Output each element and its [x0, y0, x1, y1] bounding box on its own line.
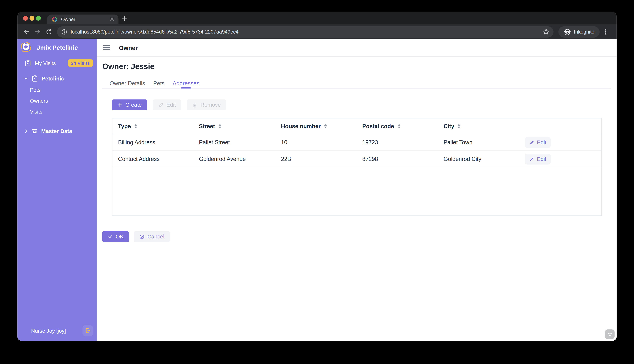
bookmark-star-icon[interactable] — [543, 28, 550, 35]
footer-actions: OK Cancel — [102, 231, 617, 242]
site-info-icon[interactable] — [61, 28, 68, 35]
remove-button[interactable]: Remove — [187, 100, 226, 110]
column-header[interactable]: Postal code — [356, 123, 438, 129]
sidebar-section-master-data[interactable]: Master Data — [21, 126, 93, 136]
sort-icon[interactable] — [458, 124, 461, 128]
user-row: Nurse Joy [joy] — [21, 325, 93, 336]
sidebar-item-pets[interactable]: Pets — [30, 86, 40, 94]
grid-actions: Create Edit Remove — [102, 100, 617, 110]
edit-button-label: Edit — [166, 102, 176, 108]
sidebar-item-label: Pets — [30, 87, 40, 93]
row-edit-button[interactable]: Edit — [525, 154, 551, 164]
visits-count-badge: 24 Visits — [68, 60, 93, 67]
browser-menu-icon[interactable] — [600, 26, 611, 38]
table-cell-actions: Edit — [519, 137, 601, 148]
browser-window: Owner localhost:8080/petclinic/o — [17, 12, 616, 341]
column-header-label: Street — [199, 123, 215, 129]
cancel-button[interactable]: Cancel — [134, 231, 170, 242]
sort-icon[interactable] — [324, 124, 327, 128]
logout-icon — [84, 327, 91, 334]
column-header[interactable]: House number — [275, 123, 356, 129]
window-minimize-button[interactable] — [30, 16, 34, 20]
pencil-icon — [158, 102, 164, 108]
trash-icon — [192, 102, 198, 108]
vaadin-dev-tools-button[interactable] — [605, 330, 614, 339]
check-icon — [108, 234, 113, 240]
ok-button[interactable]: OK — [102, 231, 129, 242]
row-edit-button[interactable]: Edit — [525, 137, 551, 148]
sidebar-item-owners[interactable]: Owners — [30, 96, 48, 105]
screen: Owner localhost:8080/petclinic/o — [0, 0, 634, 364]
table-cell-house-number: 22B — [275, 156, 356, 162]
new-tab-icon[interactable] — [120, 14, 129, 22]
app-logo — [20, 42, 32, 53]
edit-button[interactable]: Edit — [153, 100, 181, 110]
incognito-badge: Inkognito — [558, 26, 600, 38]
reload-icon[interactable] — [43, 26, 54, 38]
forward-icon[interactable] — [32, 26, 43, 38]
window-close-button[interactable] — [23, 16, 28, 20]
tab-pets[interactable]: Pets — [149, 78, 168, 88]
sidebar-item-visits[interactable]: Visits — [30, 108, 42, 116]
detail-tabs: Owner Details Pets Addresses — [102, 78, 611, 88]
petclinic-icon — [32, 75, 38, 82]
window-zoom-button[interactable] — [36, 16, 41, 20]
create-button-label: Create — [125, 102, 142, 108]
table-body: Billing AddressPallet Street1019723Palle… — [112, 134, 602, 167]
ok-button-label: OK — [116, 234, 124, 240]
app-title: Jmix Petclinic — [37, 44, 78, 51]
sort-icon[interactable] — [397, 124, 400, 128]
table-cell-street: Goldenrod Avenue — [193, 156, 275, 162]
main-area: Owner Owner: Jessie Owner Details Pets A… — [97, 39, 617, 341]
browser-tab[interactable]: Owner — [47, 14, 118, 24]
chevron-right-icon — [23, 129, 29, 133]
table-cell-city: Goldenrod City — [438, 156, 519, 162]
create-button[interactable]: Create — [112, 100, 147, 110]
back-icon[interactable] — [20, 26, 32, 38]
table-cell-city: Pallet Town — [438, 139, 519, 146]
sidebar-item-label: My Visits — [35, 60, 56, 66]
table-cell-type: Billing Address — [112, 139, 193, 146]
ban-icon — [139, 234, 144, 240]
sidebar-section-label: Petclinic — [42, 75, 64, 82]
chevron-down-icon — [23, 76, 29, 81]
tab-owner-details[interactable]: Owner Details — [106, 78, 149, 88]
edit-pencil-icon — [529, 156, 535, 162]
column-header[interactable]: Type — [112, 123, 193, 129]
vaadin-dev-tools-icon — [606, 331, 613, 338]
remove-button-label: Remove — [200, 102, 221, 108]
table-cell-type: Contact Address — [112, 156, 193, 162]
sidebar-section-petclinic[interactable]: Petclinic — [21, 73, 93, 84]
table-cell-house-number: 10 — [275, 139, 356, 146]
app-bar: Owner — [97, 39, 617, 56]
column-header[interactable]: City — [438, 123, 519, 129]
row-edit-button-label: Edit — [537, 156, 546, 162]
sidebar-item-my-visits[interactable]: My Visits 24 Visits — [21, 58, 93, 68]
sidebar-item-label: Visits — [30, 108, 42, 115]
app-root: Jmix Petclinic My Visits 24 Visits — [17, 39, 616, 341]
plus-icon — [117, 102, 122, 108]
sort-icon[interactable] — [134, 124, 138, 128]
sidebar: Jmix Petclinic My Visits 24 Visits — [17, 39, 97, 341]
tab-close-icon[interactable] — [109, 16, 115, 22]
menu-toggle-icon[interactable] — [103, 42, 114, 53]
tab-addresses[interactable]: Addresses — [169, 78, 204, 88]
page-title: Owner: Jessie — [102, 62, 617, 71]
sort-icon[interactable] — [218, 124, 222, 128]
table-header-row: Type Street House number Postal code Cit… — [112, 118, 602, 134]
column-header-label: House number — [281, 123, 320, 129]
table-row[interactable]: Contact AddressGoldenrod Avenue22B87298G… — [112, 151, 602, 167]
table-cell-postal-code: 19723 — [356, 139, 438, 146]
incognito-icon — [564, 28, 571, 36]
url-text: localhost:8080/petclinic/owners/1dd854d8… — [71, 29, 543, 34]
column-header-label: City — [444, 123, 454, 129]
app-bar-title: Owner — [119, 44, 138, 51]
sidebar-item-label: Owners — [30, 98, 48, 104]
edit-pencil-icon — [529, 140, 535, 145]
row-edit-button-label: Edit — [537, 139, 546, 145]
cancel-button-label: Cancel — [148, 234, 164, 240]
column-header[interactable]: Street — [193, 123, 275, 129]
url-bar[interactable]: localhost:8080/petclinic/owners/1dd854d8… — [57, 26, 554, 38]
logout-button[interactable] — [82, 325, 93, 336]
table-row[interactable]: Billing AddressPallet Street1019723Palle… — [112, 134, 602, 151]
